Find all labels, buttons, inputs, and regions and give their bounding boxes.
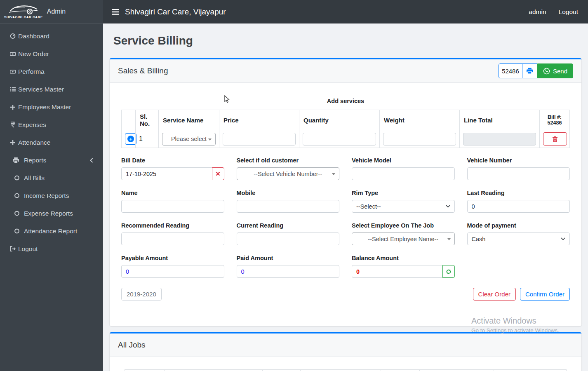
rim-type-select[interactable]: --Select-- (352, 200, 455, 213)
last-reading-input[interactable] (467, 200, 570, 213)
trash-icon (552, 136, 558, 142)
bill-number-input[interactable] (499, 63, 522, 78)
confirm-order-button[interactable]: Confirm Order (520, 288, 570, 301)
sidebar-item-logout[interactable]: Logout (0, 240, 103, 258)
jobs-header-row: Sl. No. Bill No Date Name Mobile Total P… (125, 370, 567, 371)
print-icon (12, 157, 20, 164)
service-name-select-value: Please select (171, 136, 207, 142)
financial-year-button[interactable]: 2019-2020 (121, 288, 162, 301)
sync-icon (446, 269, 452, 275)
old-customer-label: Select if old customer (237, 157, 340, 164)
name-label: Name (121, 190, 224, 196)
sidebar-item-label: Expenses (18, 121, 46, 129)
sidebar-item-reports[interactable]: Reports (0, 151, 103, 169)
weight-input[interactable] (383, 133, 456, 146)
payment-mode-select[interactable]: Cash (467, 232, 570, 245)
bill-date-field: Bill Date (121, 157, 224, 180)
plus-icon (10, 140, 16, 146)
print-button[interactable] (522, 63, 537, 78)
add-service-row-button[interactable]: + (125, 133, 136, 145)
recommended-reading-field: Recommended Reading (121, 222, 224, 245)
circle-icon (14, 175, 20, 181)
payment-mode-label: Mode of payment (467, 222, 570, 229)
sidebar-item-expenses[interactable]: Expenses (0, 116, 103, 134)
vehicle-model-field: Vehicle Model (352, 157, 455, 180)
employee-select[interactable]: --Select Employee Name-- (352, 232, 455, 245)
balance-amount-input[interactable] (352, 265, 443, 278)
service-row-slno: 1 (136, 130, 159, 148)
rupee-icon (10, 122, 16, 128)
paid-amount-input[interactable] (237, 265, 340, 278)
jobs-col-complete: Complete (494, 370, 567, 371)
payable-amount-input[interactable] (121, 265, 224, 278)
recommended-reading-input[interactable] (121, 232, 224, 245)
sidebar-item-new-order[interactable]: New Order (0, 45, 103, 63)
price-input[interactable] (223, 133, 296, 146)
brand-admin-label: Admin (47, 8, 66, 15)
service-name-select[interactable]: Please select (162, 133, 216, 146)
main-content: Service Billing Sales & Billing Send Add… (103, 23, 588, 371)
jobs-table: Sl. No. Bill No Date Name Mobile Total P… (125, 369, 567, 371)
sidebar-item-dashboard[interactable]: Dashboard (0, 27, 103, 45)
sales-billing-title: Sales & Billing (118, 66, 168, 75)
sidebar-brand[interactable]: SHIVAGIRI CAR CARE Admin (0, 0, 103, 23)
quantity-input[interactable] (303, 133, 376, 146)
sidebar-item-label: Performa (18, 68, 45, 75)
caret-down-icon (332, 173, 335, 175)
clear-order-button[interactable]: Clear Order (473, 288, 516, 301)
last-reading-field: Last Reading (467, 190, 570, 213)
navbar-user-link[interactable]: admin (529, 8, 546, 16)
send-button[interactable]: Send (537, 63, 573, 78)
sidebar-item-label: Reports (24, 157, 46, 164)
vehicle-number-select[interactable]: --Select Vehicle Number-- (237, 167, 340, 180)
name-input[interactable] (121, 200, 224, 213)
services-col-weight: Weight (380, 110, 460, 130)
clear-date-button[interactable] (212, 167, 224, 180)
sidebar-item-services-master[interactable]: Services Master (0, 80, 103, 98)
refresh-balance-button[interactable] (442, 265, 455, 278)
bill-date-label: Bill Date (121, 157, 224, 164)
circle-icon (14, 228, 20, 234)
payable-amount-field: Payable Amount (121, 255, 224, 278)
vehicle-number-input[interactable] (467, 167, 570, 180)
chevron-down-icon (561, 237, 565, 240)
all-jobs-card: All Jobs Sl. No. Bill No Date Name Mobil… (110, 332, 581, 371)
name-field: Name (121, 190, 224, 213)
bill-date-input[interactable] (121, 167, 212, 180)
services-header-row: Sl. No. Service Name Price Quantity Weig… (122, 110, 570, 130)
sidebar-item-label: Employees Master (18, 103, 71, 111)
sidebar-item-performa[interactable]: Performa (0, 63, 103, 80)
delete-row-button[interactable] (543, 132, 567, 146)
jobs-col-bill: Bill (464, 370, 494, 371)
plus-icon (10, 104, 16, 110)
empty-cell (467, 255, 570, 278)
topbar: Shivagiri Car Care, Vijayapur admin Logo… (103, 0, 588, 23)
circle-icon (14, 193, 20, 199)
rim-type-select-value: --Select-- (356, 203, 381, 210)
sidebar-item-label: Logout (18, 245, 38, 253)
services-col-quantity: Quantity (299, 110, 380, 130)
jobs-col-mobile: Mobile (301, 370, 342, 371)
sidebar-item-income-reports[interactable]: Income Reports (0, 187, 103, 204)
navbar-logout-link[interactable]: Logout (559, 8, 578, 16)
sidebar-nav: Dashboard New Order Performa Services Ma… (0, 23, 103, 371)
sidebar-item-label: Attendance Report (24, 228, 77, 235)
sidebar-item-attendance-report[interactable]: Attendance Report (0, 222, 103, 240)
hamburger-icon[interactable] (112, 9, 119, 15)
sidebar-item-employees-master[interactable]: Employees Master (0, 98, 103, 116)
x-icon (216, 171, 220, 176)
sidebar-item-attendance[interactable]: Attendance (0, 134, 103, 151)
all-jobs-card-body: Sl. No. Bill No Date Name Mobile Total P… (110, 357, 581, 371)
services-col-add (122, 110, 136, 130)
chevron-down-icon (446, 205, 450, 208)
current-reading-input[interactable] (237, 232, 340, 245)
vehicle-model-input[interactable] (352, 167, 455, 180)
mobile-input[interactable] (237, 200, 340, 213)
sidebar-item-expense-reports[interactable]: Expense Reports (0, 204, 103, 222)
jobs-col-bill-no: Bill No (165, 370, 204, 371)
sidebar-item-all-bills[interactable]: All Bills (0, 169, 103, 187)
top-navbar: SHIVAGIRI CAR CARE Admin Shivagiri Car C… (0, 0, 588, 23)
brand-caption: SHIVAGIRI CAR CARE (4, 16, 43, 19)
mobile-label: Mobile (237, 190, 340, 196)
services-col-bill-number: Bill #: 52486 (540, 110, 570, 130)
